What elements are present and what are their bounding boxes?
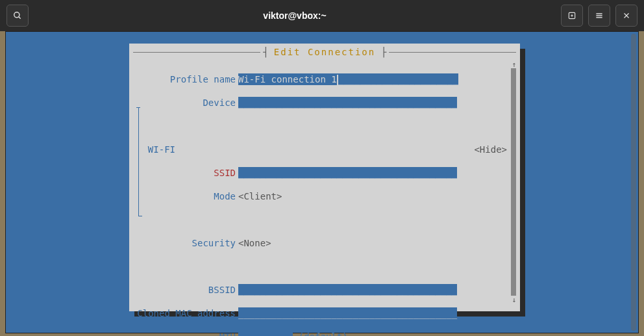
device-label: Device [137,97,238,109]
ssid-label: SSID [137,167,238,179]
terminal[interactable]: ┤ Edit Connection ├ ↑ ↓ Profile nameWi-F… [5,31,639,333]
profile-name-label: Profile name [137,73,238,85]
bssid-label: BSSID [137,284,238,296]
security-select[interactable]: <None> [238,237,507,249]
mode-select[interactable]: <Client> [238,190,507,202]
security-label: Security [137,237,238,249]
titlebar: viktor@vbox:~ [0,0,644,31]
device-field[interactable]: ________________________________________ [238,97,457,109]
cloned-mac-label: Cloned MAC address [137,307,238,319]
svg-point-0 [14,12,19,18]
close-icon[interactable] [615,5,638,27]
mtu-hint: (default) [299,331,348,336]
scroll-down-icon[interactable]: ↓ [512,294,516,306]
scrollbar[interactable] [511,68,516,296]
svg-line-1 [19,17,21,19]
profile-name-field[interactable]: Wi-Fi connection 1______________________ [238,73,458,85]
tui-dialog: ┤ Edit Connection ├ ↑ ↓ Profile nameWi-F… [129,44,520,311]
mode-label: Mode [137,190,238,202]
bssid-field[interactable]: ________________________________________ [238,284,457,296]
dialog-body: Profile nameWi-Fi connection 1__________… [137,62,507,305]
cloned-mac-field[interactable]: ________________________________________ [238,307,457,319]
new-tab-icon[interactable] [561,5,583,27]
dialog-border: ┤ Edit Connection ├ [133,46,516,58]
mtu-field[interactable]: __________ [238,331,293,336]
mtu-label: MTU [137,331,238,336]
dialog-title: Edit Connection [274,47,375,57]
window-title: viktor@vbox:~ [29,10,561,21]
search-icon[interactable] [6,5,29,27]
menu-icon[interactable] [588,5,610,27]
wifi-section-label: WI-FI [148,144,175,155]
wifi-hide-button[interactable]: <Hide> [474,144,507,155]
ssid-field[interactable]: ________________________________________ [238,167,457,179]
